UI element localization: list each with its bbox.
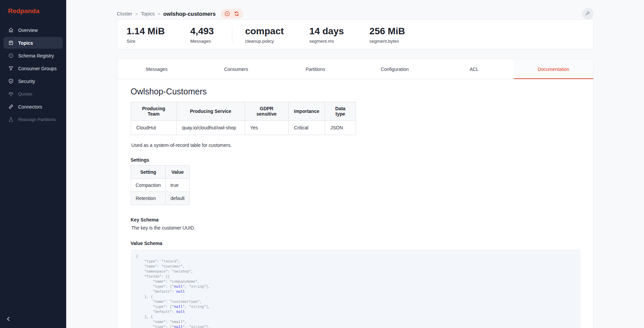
breadcrumb-separator: >: [135, 11, 138, 16]
schema-registry-icon: [8, 53, 14, 58]
redpanda-logo: Redpanda: [0, 0, 66, 24]
sidebar-item-label: Security: [18, 79, 35, 84]
stat-value: 1.14 MiB: [127, 26, 165, 37]
quotas-icon: [8, 91, 14, 97]
stat-value: 256 MiB: [369, 26, 405, 37]
key-schema-text: The key is the customer UUID.: [131, 225, 580, 231]
table-cell: quay.io/cloudhut/owl-shop: [176, 121, 245, 135]
topic-actions: [220, 9, 243, 18]
home-icon: [8, 27, 14, 33]
sidebar-item-label: Connectors: [18, 104, 42, 110]
info-table-header-row: Producing TeamProducing ServiceGDPR sens…: [131, 102, 356, 121]
sidebar-item-reassign-partitions: Reassign Partitions: [3, 114, 63, 125]
stat-cleanup-policy: compactcleanup.policy: [245, 26, 284, 44]
chevron-left-icon: [5, 316, 11, 323]
sidebar-collapse-button[interactable]: [5, 316, 13, 323]
column-header-setting: Setting: [131, 166, 166, 179]
stat-messages: 4,493Messages: [190, 26, 214, 44]
sidebar-nav: OverviewTopicsSchema RegistryConsumer Gr…: [0, 24, 66, 125]
key-schema-heading: Key Schema: [131, 217, 580, 222]
tab-documentation[interactable]: Documentation: [514, 59, 593, 79]
play-circle-icon[interactable]: [224, 11, 230, 17]
stat-size: 1.14 MiBSize: [127, 26, 165, 44]
table-row: CloudHutquay.io/cloudhut/owl-shopYesCrit…: [131, 121, 356, 135]
consumer-groups-icon: [8, 66, 14, 71]
stat-label: segment.bytes: [369, 39, 405, 44]
sidebar-item-quotas: Quotas: [3, 88, 63, 100]
sidebar-item-label: Consumer Groups: [18, 66, 56, 71]
settings-heading: Settings: [131, 157, 580, 163]
tab-consumers[interactable]: Consumers: [197, 59, 276, 79]
breadcrumb-item-topics[interactable]: Topics: [141, 11, 155, 16]
topbar: Cluster>Topics>owlshop-customers: [117, 0, 594, 19]
wrench-icon: [585, 10, 591, 17]
sidebar-item-label: Quotas: [18, 91, 32, 96]
sidebar-item-label: Overview: [18, 28, 38, 33]
sidebar-item-label: Topics: [18, 40, 33, 46]
tab-configuration[interactable]: Configuration: [355, 59, 435, 79]
table-cell: JSON: [325, 121, 356, 135]
value-schema-heading: Value Schema: [131, 241, 580, 246]
sidebar-item-label: Schema Registry: [18, 53, 54, 58]
settings-table-header-row: SettingValue: [131, 166, 190, 179]
doc-description: Used as a system-of-record table for cus…: [131, 142, 580, 148]
connectors-icon: [8, 104, 14, 110]
stat-value: 14 days: [309, 26, 344, 37]
table-cell: CloudHut: [131, 121, 176, 135]
sidebar-item-label: Reassign Partitions: [18, 117, 56, 122]
sidebar-item-topics[interactable]: Topics: [3, 37, 63, 49]
sidebar-item-overview[interactable]: Overview: [3, 24, 63, 36]
column-header-producing-team: Producing Team: [131, 102, 176, 121]
refresh-icon[interactable]: [234, 11, 240, 17]
table-cell: Yes: [245, 121, 288, 135]
documentation-panel: Owlshop-Customers Producing TeamProducin…: [117, 79, 593, 328]
sidebar-item-connectors[interactable]: Connectors: [3, 101, 63, 113]
stat-value: 4,493: [190, 26, 214, 37]
stats-group-right: compactcleanup.policy14 dayssegment.ms25…: [245, 26, 405, 44]
value-schema-code: { "type": "record", "name": "Customer", …: [131, 249, 580, 328]
settings-table-body: CompactiontrueRetentiondefault: [131, 179, 190, 205]
stat-label: Messages: [190, 39, 214, 44]
topics-icon: [8, 40, 14, 46]
security-icon: [8, 78, 14, 84]
table-cell: Retention: [131, 192, 166, 205]
breadcrumb-current-topic: owlshop-customers: [163, 11, 216, 17]
column-header-producing-service: Producing Service: [176, 102, 245, 121]
table-cell: true: [166, 179, 190, 192]
sidebar-item-security[interactable]: Security: [3, 75, 63, 87]
topic-info-table: Producing TeamProducing ServiceGDPR sens…: [131, 102, 356, 135]
table-row: Retentiondefault: [131, 192, 190, 205]
stat-value: compact: [245, 26, 284, 37]
column-header-importance: Importance: [288, 102, 325, 121]
sidebar-item-consumer-groups[interactable]: Consumer Groups: [3, 63, 63, 74]
breadcrumb-separator: >: [158, 11, 160, 16]
settings-wrench-button[interactable]: [582, 8, 594, 19]
table-cell: Compaction: [131, 179, 166, 192]
topic-stats-card: 1.14 MiBSize4,493Messages compactcleanup…: [117, 19, 594, 49]
stat-label: segment.ms: [309, 39, 344, 44]
stat-label: Size: [127, 39, 165, 44]
table-row: Compactiontrue: [131, 179, 190, 192]
main-area: Cluster>Topics>owlshop-customers 1.14 Mi…: [66, 0, 644, 328]
breadcrumb: Cluster>Topics>owlshop-customers: [117, 11, 216, 17]
tab-partitions[interactable]: Partitions: [276, 59, 355, 79]
column-header-data-type: Data type: [325, 102, 356, 121]
tab-bar: MessagesConsumersPartitionsConfiguration…: [117, 59, 593, 79]
topic-detail-card: MessagesConsumersPartitionsConfiguration…: [117, 59, 594, 328]
info-table-body: CloudHutquay.io/cloudhut/owl-shopYesCrit…: [131, 121, 356, 135]
settings-table: SettingValue CompactiontrueRetentiondefa…: [131, 165, 190, 205]
stat-segment-bytes: 256 MiBsegment.bytes: [369, 26, 405, 44]
sidebar-item-schema-registry[interactable]: Schema Registry: [3, 50, 63, 62]
column-header-value: Value: [166, 166, 190, 179]
stat-segment-ms: 14 dayssegment.ms: [309, 26, 344, 44]
table-cell: Critical: [288, 121, 325, 135]
doc-title: Owlshop-Customers: [131, 87, 580, 96]
reassign-partitions-icon: [8, 117, 14, 122]
tab-messages[interactable]: Messages: [117, 59, 197, 79]
stat-label: cleanup.policy: [245, 39, 284, 44]
breadcrumb-item-cluster[interactable]: Cluster: [117, 11, 132, 16]
tab-acl[interactable]: ACL: [435, 59, 514, 79]
sidebar: Redpanda OverviewTopicsSchema RegistryCo…: [0, 0, 66, 328]
table-cell: default: [166, 192, 190, 205]
stats-divider: [232, 27, 232, 43]
